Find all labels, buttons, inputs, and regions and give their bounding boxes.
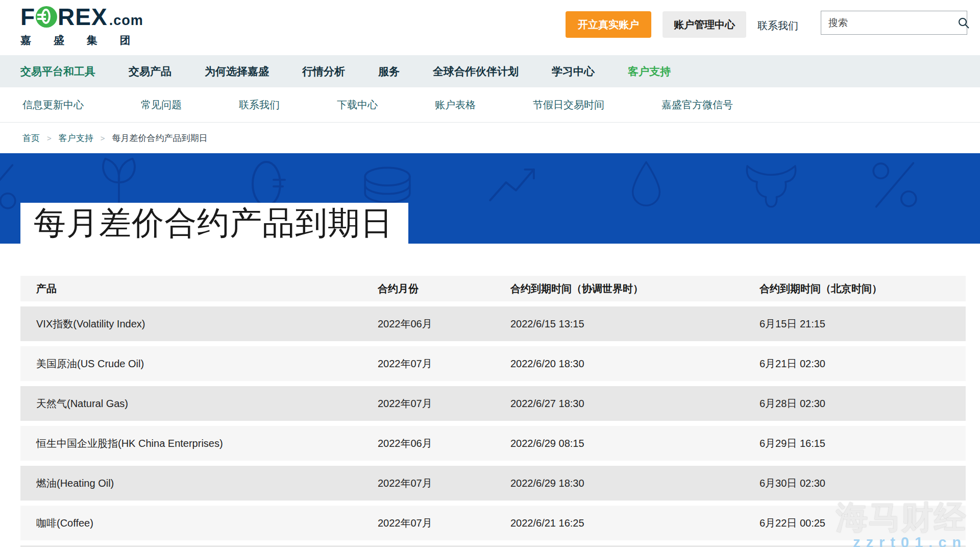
subnav-item-wechat[interactable]: 嘉盛官方微信号 [662, 98, 733, 112]
nav-item-services[interactable]: 服务 [378, 64, 400, 79]
nav-item-products[interactable]: 交易产品 [129, 64, 172, 79]
breadcrumb-separator: > [101, 134, 105, 142]
cell-expiry-beijing: 6月28日 02:30 [760, 397, 966, 411]
main-nav: 交易平台和工具 交易产品 为何选择嘉盛 行情分析 服务 全球合作伙伴计划 学习中… [0, 55, 980, 87]
cell-expiry-beijing: 6月22日 00:25 [760, 516, 966, 530]
cell-product: 恒生中国企业股指(HK China Enterprises) [20, 437, 378, 450]
logo-euro-coin-icon [36, 6, 57, 28]
cell-product: 天然气(Natural Gas) [20, 397, 378, 411]
forexcom-logo[interactable]: F REX .com 嘉 盛 集 团 [20, 5, 143, 47]
subnav-item-faq[interactable]: 常见问题 [141, 98, 182, 112]
table-row: 天然气(Natural Gas) 2022年07月 2022/6/27 18:3… [20, 386, 966, 421]
contact-us-link[interactable]: 联系我们 [757, 19, 798, 33]
table-row: 恒生中国企业股指(HK China Enterprises) 2022年06月 … [20, 426, 966, 461]
droplet-icon [629, 159, 664, 207]
page-title-box: 每月差价合约产品到期日 [20, 203, 408, 244]
open-real-account-button[interactable]: 开立真实账户 [566, 11, 651, 38]
nav-item-platforms[interactable]: 交易平台和工具 [20, 64, 95, 79]
breadcrumb-home[interactable]: 首页 [22, 132, 40, 144]
column-header-expiry-beijing: 合约到期时间（北京时间） [760, 282, 966, 296]
nav-item-why-us[interactable]: 为何选择嘉盛 [205, 64, 269, 79]
cell-product: 咖啡(Coffee) [20, 516, 378, 530]
table-header-row: 产品 合约月份 合约到期时间（协调世界时） 合约到期时间（北京时间） [20, 276, 966, 301]
breadcrumb-current-page: 每月差价合约产品到期日 [112, 132, 208, 144]
cell-contract-month: 2022年07月 [378, 397, 510, 411]
coins-stack-icon [359, 164, 416, 207]
subnav-item-holiday-hours[interactable]: 节假日交易时间 [533, 98, 604, 112]
page: F REX .com 嘉 盛 集 团 开立真实账户 账户管理中心 联系我们 [0, 0, 980, 547]
subnav-item-account-forms[interactable]: 账户表格 [435, 98, 476, 112]
cell-expiry-utc: 2022/6/21 16:25 [510, 517, 760, 529]
nav-item-analysis[interactable]: 行情分析 [302, 64, 345, 79]
sprout-icon [93, 156, 144, 204]
support-subnav: 信息更新中心 常见问题 联系我们 下载中心 账户表格 节假日交易时间 嘉盛官方微… [0, 87, 980, 123]
subnav-item-contact[interactable]: 联系我们 [239, 98, 280, 112]
logo-text-com: .com [109, 14, 143, 29]
coin-euro-icon [245, 158, 292, 209]
cell-product: VIX指数(Volatility Index) [20, 317, 378, 331]
search-icon[interactable] [958, 17, 970, 29]
column-header-expiry-utc: 合约到期时间（协调世界时） [510, 282, 760, 296]
cell-contract-month: 2022年07月 [378, 477, 510, 490]
breadcrumb-separator: > [47, 134, 52, 142]
logo-subtitle: 嘉 盛 集 团 [20, 33, 143, 47]
logo-text-f: F [20, 5, 35, 29]
subnav-item-updates[interactable]: 信息更新中心 [22, 98, 84, 112]
cell-expiry-utc: 2022/6/29 08:15 [510, 438, 760, 449]
expiry-table: 产品 合约月份 合约到期时间（协调世界时） 合约到期时间（北京时间） VIX指数… [20, 276, 966, 547]
cell-contract-month: 2022年06月 [378, 437, 510, 450]
nav-item-partners[interactable]: 全球合作伙伴计划 [433, 64, 519, 79]
cell-expiry-beijing: 6月30日 02:30 [760, 477, 966, 490]
table-row: 美国原油(US Crude Oil) 2022年07月 2022/6/20 18… [20, 346, 966, 381]
table-row: 燃油(Heating Oil) 2022年07月 2022/6/29 18:30… [20, 466, 966, 501]
percent-icon [869, 159, 920, 210]
cell-expiry-beijing: 6月29日 16:15 [760, 437, 966, 450]
site-header: F REX .com 嘉 盛 集 团 开立真实账户 账户管理中心 联系我们 [0, 0, 980, 55]
cell-expiry-utc: 2022/6/27 18:30 [510, 398, 760, 410]
cell-expiry-utc: 2022/6/20 18:30 [510, 358, 760, 370]
cell-expiry-utc: 2022/6/29 18:30 [510, 478, 760, 489]
table-row: VIX指数(Volatility Index) 2022年06月 2022/6/… [20, 306, 966, 341]
nav-item-support[interactable]: 客户支持 [628, 64, 671, 79]
hero-banner: 每月差价合约产品到期日 [0, 153, 980, 244]
search-input[interactable] [821, 17, 958, 29]
cell-expiry-utc: 2022/6/15 13:15 [510, 318, 760, 330]
cell-contract-month: 2022年07月 [378, 357, 510, 371]
cell-expiry-beijing: 6月15日 21:15 [760, 317, 966, 331]
table-row: 咖啡(Coffee) 2022年07月 2022/6/21 16:25 6月22… [20, 506, 966, 540]
account-center-button[interactable]: 账户管理中心 [663, 11, 746, 38]
cell-product: 燃油(Heating Oil) [20, 477, 378, 490]
breadcrumb-support[interactable]: 客户支持 [59, 132, 93, 144]
percent-left-partial-icon [0, 161, 19, 212]
column-header-product: 产品 [20, 282, 378, 296]
breadcrumb: 首页 > 客户支持 > 每月差价合约产品到期日 [0, 123, 980, 153]
subnav-item-downloads[interactable]: 下载中心 [337, 98, 378, 112]
nav-item-education[interactable]: 学习中心 [552, 64, 595, 79]
search-box [821, 11, 967, 35]
trend-up-arrow-icon [488, 167, 538, 203]
cell-product: 美国原油(US Crude Oil) [20, 357, 378, 371]
logo-text-rex: REX [58, 5, 108, 29]
page-title: 每月差价合约产品到期日 [34, 206, 393, 240]
bull-icon [744, 162, 798, 209]
column-header-contract-month: 合约月份 [378, 282, 510, 296]
logo-wordmark: F REX .com [20, 5, 143, 29]
cell-expiry-beijing: 6月21日 02:30 [760, 357, 966, 371]
cell-contract-month: 2022年06月 [378, 317, 510, 331]
cell-contract-month: 2022年07月 [378, 516, 510, 530]
